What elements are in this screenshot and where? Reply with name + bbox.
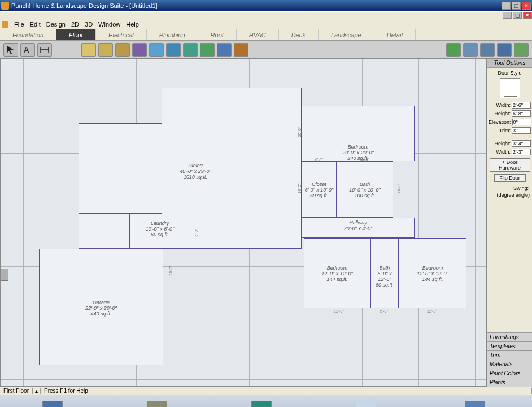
eco-view-icon[interactable] — [446, 43, 461, 57]
trim-field[interactable] — [512, 127, 531, 134]
tab-deck[interactable]: Deck — [279, 29, 319, 40]
room-dining-b[interactable] — [79, 123, 162, 214]
doc-icon — [2, 21, 8, 28]
sidecat-plants[interactable]: Plants — [487, 378, 532, 387]
flip-door-button[interactable]: Flip Door — [494, 174, 526, 182]
maximize-button[interactable]: ▢ — [512, 2, 521, 10]
nav-shop[interactable]: Shop — [251, 401, 272, 407]
toolbar: A — [0, 41, 532, 59]
room-bedroom-3[interactable]: Bedroom 12'-0" x 12'-0" 144 sq.ft. — [399, 238, 466, 308]
width-field[interactable] — [512, 102, 531, 109]
menu-window[interactable]: Window — [98, 21, 120, 28]
window-tool-icon[interactable] — [149, 43, 164, 57]
nav-contractors[interactable]: Contractors — [461, 401, 490, 407]
view-2d-icon[interactable] — [463, 43, 478, 57]
app-title: Punch! Home & Landscape Design Suite - [… — [11, 2, 158, 9]
stair-tool-icon[interactable] — [166, 43, 181, 57]
sidecat-furnishings[interactable]: Furnishings — [487, 332, 532, 341]
tab-electrical[interactable]: Electrical — [96, 29, 147, 40]
dim-note: 10'-0" — [298, 184, 302, 194]
room-laundry[interactable]: Laundry 10'-0" x 6'-0" 60 sq.ft. — [129, 214, 190, 249]
width-label: Width: — [489, 102, 512, 108]
floor-dropdown-icon[interactable]: ▴ — [33, 388, 41, 394]
room-hallway[interactable]: Hallway 20'-0" x 4'-0" — [302, 218, 415, 238]
height-field[interactable] — [512, 110, 531, 117]
wall-tool-icon[interactable] — [98, 43, 113, 57]
category-tabs: Foundation Floor Electrical Plumbing Roo… — [0, 29, 532, 41]
tab-plumbing[interactable]: Plumbing — [147, 29, 198, 40]
label-dining: Dining 40'-0" x 29'-0" 1010 sq.ft. — [162, 163, 229, 180]
room-dining-c[interactable] — [79, 214, 129, 249]
height2-field[interactable] — [512, 140, 531, 147]
workspace: Dining 40'-0" x 29'-0" 1010 sq.ft. Laund… — [0, 59, 532, 387]
room-tool-icon[interactable] — [115, 43, 130, 57]
mdi-minimize-button[interactable]: _ — [503, 12, 512, 19]
door-style-swatch[interactable] — [500, 78, 520, 98]
tab-floor[interactable]: Floor — [56, 29, 96, 40]
dim-note: 6'-0" — [194, 229, 198, 237]
pointer-tool-icon[interactable] — [3, 43, 18, 57]
sidecat-templates[interactable]: Templates — [487, 341, 532, 350]
tab-landscape[interactable]: Landscape — [319, 29, 374, 40]
nav-design[interactable]: Design — [42, 401, 63, 407]
tab-detail[interactable]: Detail — [374, 29, 416, 40]
width2-field[interactable] — [512, 149, 531, 155]
status-floor[interactable]: First Floor — [0, 388, 33, 394]
room-closet[interactable]: Closet 6'-0" x 10'-0" 60 sq.ft. — [302, 161, 337, 218]
svg-text:A: A — [24, 45, 29, 54]
status-hint: Press F1 for Help — [41, 388, 532, 394]
menu-3d[interactable]: 3D — [85, 21, 93, 28]
door-hardware-button[interactable]: + Door Hardware — [490, 158, 530, 172]
column-tool-icon[interactable] — [183, 43, 198, 57]
view-split-icon[interactable] — [497, 43, 512, 57]
room-garage[interactable]: Garage 22'-0" x 20'-0" 440 sq.ft. — [39, 249, 163, 365]
title-bar: Punch! Home & Landscape Design Suite - [… — [0, 0, 532, 11]
dim-note: 20'-0" — [298, 127, 302, 137]
view-render-icon[interactable] — [514, 43, 529, 57]
cabinet-tool-icon[interactable] — [234, 43, 248, 57]
tab-hvac[interactable]: HVAC — [237, 29, 279, 40]
view-3d-icon[interactable] — [480, 43, 495, 57]
dimension-tool-icon[interactable] — [37, 43, 52, 57]
menu-2d[interactable]: 2D — [71, 21, 79, 28]
mdi-maximize-button[interactable]: ▢ — [513, 12, 522, 19]
tab-foundation[interactable]: Foundation — [0, 29, 56, 40]
dim-note: 12'-0" — [427, 309, 437, 313]
mdi-controls: _ ▢ ✕ — [0, 11, 532, 19]
design-icon — [42, 401, 63, 407]
sidecat-paint-colors[interactable]: Paint Colors — [487, 369, 532, 378]
menu-edit[interactable]: Edit — [30, 21, 41, 28]
elevation-field[interactable] — [512, 119, 531, 125]
sidecat-trim[interactable]: Trim — [487, 350, 532, 360]
tool-options-panel: Tool Options Door Style Width: Height: E… — [487, 59, 532, 387]
status-bar: First Floor ▴ Press F1 for Help — [0, 387, 532, 395]
height-label: Height: — [489, 111, 512, 116]
dim-note: 12'-0" — [334, 309, 344, 313]
room-bedroom-2[interactable]: Bedroom 12'-0" x 12'-0" 144 sq.ft. — [304, 238, 370, 308]
height2-label: Height: — [489, 141, 512, 146]
dim-note: 5'-0" — [380, 309, 388, 313]
room-bath-1[interactable]: Bath 10'-0" x 10'-0" 100 sq.ft. — [337, 161, 393, 218]
nav-support[interactable]: Support — [147, 401, 167, 407]
menu-help[interactable]: Help — [126, 21, 139, 28]
width2-label: Width: — [489, 149, 512, 155]
floor-tool-icon[interactable] — [81, 43, 96, 57]
room-bath-2[interactable]: Bath 5'-0" x 12'-0" 60 sq.ft. — [370, 238, 399, 308]
sidecat-materials[interactable]: Materials — [487, 360, 532, 369]
menu-design[interactable]: Design — [46, 21, 66, 28]
nav-plot[interactable]: Plot — [356, 401, 376, 407]
swing-sublabel: (degree angle) — [487, 192, 532, 199]
support-icon — [147, 401, 167, 407]
canvas[interactable]: Dining 40'-0" x 29'-0" 1010 sq.ft. Laund… — [0, 59, 487, 387]
room-bedroom-1[interactable]: Bedroom 20'-0" x 20'-0" 240 sq.ft. — [302, 106, 415, 161]
ceiling-tool-icon[interactable] — [217, 43, 232, 57]
minimize-button[interactable]: _ — [502, 2, 511, 10]
close-button[interactable]: ✕ — [522, 2, 531, 10]
text-tool-icon[interactable]: A — [20, 43, 35, 57]
door-tool-icon[interactable] — [132, 43, 147, 57]
railing-tool-icon[interactable] — [200, 43, 215, 57]
menu-file[interactable]: File — [14, 21, 24, 28]
contractors-icon — [465, 401, 485, 407]
tab-roof[interactable]: Roof — [198, 29, 237, 40]
mdi-close-button[interactable]: ✕ — [523, 12, 532, 19]
